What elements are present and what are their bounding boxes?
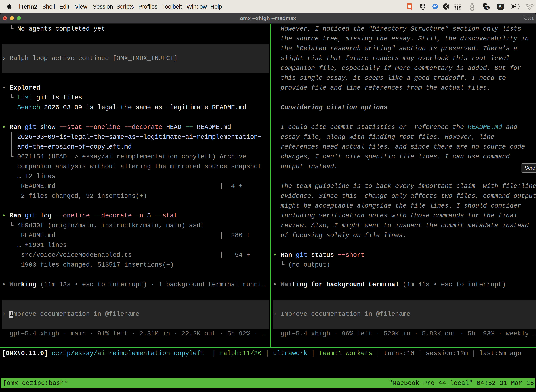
svg-text:A: A [498,4,502,9]
svg-text:1: 1 [531,16,534,21]
svg-text:..61: ..61 [485,6,490,9]
